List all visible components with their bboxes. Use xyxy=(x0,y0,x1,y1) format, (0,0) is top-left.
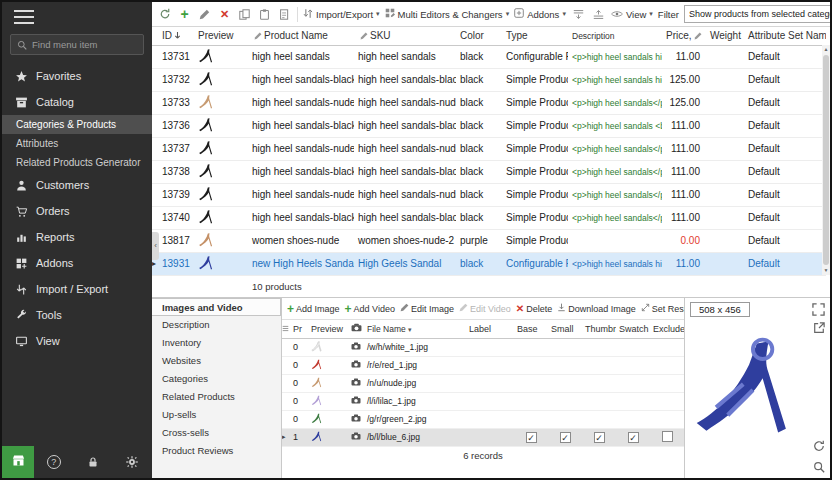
column-base[interactable]: Base xyxy=(514,320,548,338)
multi-editors-menu[interactable]: Multi Editors & Changers▾ xyxy=(385,8,510,20)
fullscreen-icon[interactable] xyxy=(812,303,825,316)
sidebar-item-reports[interactable]: Reports xyxy=(2,224,152,250)
products-scrollbar[interactable]: ▲ ▼ xyxy=(822,45,830,275)
delete-image-button[interactable]: ✕Delete xyxy=(516,303,552,314)
sidebar-search[interactable] xyxy=(10,34,144,55)
help-button[interactable]: ? xyxy=(46,454,62,470)
tab-websites[interactable]: Websites xyxy=(152,352,281,370)
refresh-icon[interactable] xyxy=(157,6,172,22)
sidebar-item-tools[interactable]: Tools xyxy=(2,302,152,328)
column-color[interactable]: Color xyxy=(456,27,502,45)
column-product-name[interactable]: Product Name xyxy=(248,27,354,45)
sidebar-item-catalog[interactable]: Catalog xyxy=(2,89,152,115)
tab-inventory[interactable]: Inventory xyxy=(152,334,281,352)
product-row[interactable]: 13738high heel sandals-black-37high heel… xyxy=(152,160,826,183)
preview-image[interactable] xyxy=(685,318,816,458)
paste-icon[interactable] xyxy=(257,6,272,22)
add-video-button[interactable]: +Add Video xyxy=(345,302,395,316)
column-priority[interactable]: Pr xyxy=(290,320,308,338)
scroll-up-icon[interactable]: ▲ xyxy=(824,45,829,54)
tab-categories[interactable]: Categories xyxy=(152,370,281,388)
store-button[interactable] xyxy=(2,446,34,478)
column-file-name[interactable]: File Name ▾ xyxy=(364,320,466,338)
search-input[interactable] xyxy=(32,39,137,50)
filter-select[interactable]: Show products from selected categories xyxy=(684,5,830,23)
sidebar-item-import-export[interactable]: Import / Export xyxy=(2,276,152,302)
column-weight[interactable]: Weight xyxy=(706,27,744,45)
image-row[interactable]: 0/w/h/white_1.jpg xyxy=(282,338,684,356)
column-id[interactable]: ID xyxy=(158,27,194,45)
expand-rows-icon[interactable] xyxy=(571,6,586,22)
column-label[interactable]: Label xyxy=(466,320,514,338)
edit-product-icon[interactable] xyxy=(197,6,212,22)
scroll-down-icon[interactable]: ▼ xyxy=(824,266,829,275)
product-row[interactable]: 13736high heel sandals-black-36high heel… xyxy=(152,114,826,137)
copy-icon[interactable] xyxy=(237,6,252,22)
tab-images-and-video[interactable]: Images and Video xyxy=(152,298,281,316)
small-checkbox[interactable]: ✓ xyxy=(560,432,571,443)
base-checkbox[interactable]: ✓ xyxy=(526,432,537,443)
add-product-icon[interactable]: + xyxy=(177,6,192,22)
sidebar-item-orders[interactable]: Orders xyxy=(2,198,152,224)
camera-column-icon[interactable] xyxy=(348,320,364,338)
sidebar-item-customers[interactable]: Customers xyxy=(2,172,152,198)
sidebar-item-related-products-generator[interactable]: Related Products Generator xyxy=(2,153,152,172)
product-row[interactable]: 13817women shoes-nudewomen shoes-nude-2p… xyxy=(152,229,826,252)
column-sku[interactable]: SKU xyxy=(354,27,456,45)
sidebar-item-categories-products[interactable]: Categories & Products xyxy=(2,115,152,134)
thumbnail-checkbox[interactable]: ✓ xyxy=(594,432,605,443)
tab-product-reviews[interactable]: Product Reviews xyxy=(152,442,281,460)
column-exclude[interactable]: Exclude xyxy=(650,320,684,338)
tab-description[interactable]: Description xyxy=(152,316,281,334)
edit-image-button[interactable]: Edit Image xyxy=(400,303,454,314)
product-row[interactable]: 13731high heel sandalshigh heel sandalsb… xyxy=(152,45,826,68)
product-row[interactable]: 13732high heel sandals-blackhigh heel sa… xyxy=(152,68,826,91)
rotate-icon[interactable] xyxy=(813,440,826,453)
edit-video-button[interactable]: Edit Video xyxy=(459,303,511,314)
product-row[interactable]: 13739high heel sandals-nude-37high heel … xyxy=(152,183,826,206)
addons-menu[interactable]: Addons▾ xyxy=(514,8,566,20)
tab-up-sells[interactable]: Up-sells xyxy=(152,406,281,424)
tab-cross-sells[interactable]: Cross-sells xyxy=(152,424,281,442)
image-row[interactable]: 0/r/e/red_1.jpg xyxy=(282,356,684,374)
exclude-checkbox[interactable] xyxy=(662,431,673,442)
settings-button[interactable] xyxy=(124,454,140,470)
sidebar-item-attributes[interactable]: Attributes xyxy=(2,134,152,153)
zoom-icon[interactable] xyxy=(813,461,826,474)
duplicate-icon[interactable] xyxy=(277,6,292,22)
sidebar-item-favorites[interactable]: Favorites xyxy=(2,63,152,89)
image-row[interactable]: 0/n/u/nude.jpg xyxy=(282,374,684,392)
image-row[interactable]: 0/g/r/green_2.jpg xyxy=(282,410,684,428)
column-image-preview[interactable]: Preview xyxy=(308,320,348,338)
lock-button[interactable] xyxy=(85,454,101,470)
tab-related-products[interactable]: Related Products xyxy=(152,388,281,406)
product-row[interactable]: 13733high heel sandals-nudehigh heel san… xyxy=(152,91,826,114)
image-row[interactable]: ▸1/b/l/blue_6.jpg✓✓✓✓ xyxy=(282,428,684,446)
column-thumbnail[interactable]: Thumbna xyxy=(582,320,616,338)
sidebar-item-view[interactable]: View xyxy=(2,328,152,354)
sidebar-item-addons[interactable]: Addons xyxy=(2,250,152,276)
scroll-thumb[interactable] xyxy=(823,55,829,265)
column-preview[interactable]: Preview xyxy=(194,27,248,45)
collapse-rows-icon[interactable] xyxy=(591,6,606,22)
column-swatch[interactable]: Swatch xyxy=(616,320,650,338)
product-row[interactable]: 13737high heel sandals-nude-36high heel … xyxy=(152,137,826,160)
add-image-button[interactable]: +Add Image xyxy=(287,302,340,316)
product-row[interactable]: ▸13931new High Heels SandalsHigh Geels S… xyxy=(152,252,826,275)
column-price[interactable]: Price, xyxy=(662,27,706,45)
menu-icon[interactable] xyxy=(14,10,34,24)
swatch-checkbox[interactable]: ✓ xyxy=(628,432,639,443)
delete-product-icon[interactable]: ✕ xyxy=(217,6,232,22)
view-menu[interactable]: View▾ xyxy=(611,9,653,20)
image-row[interactable]: 0/l/i/lilac_1.jpg xyxy=(282,392,684,410)
product-row[interactable]: 13740high heel sandals-black-38high heel… xyxy=(152,206,826,229)
download-image-button[interactable]: Download Image xyxy=(557,303,636,314)
import-export-menu[interactable]: Import/Export▾ xyxy=(303,8,380,21)
image-label xyxy=(466,410,514,428)
column-description[interactable]: Description xyxy=(568,27,662,45)
set-resize-rule-button[interactable]: Set Resize Rule xyxy=(641,303,684,314)
column-attribute-set[interactable]: Attribute Set Name xyxy=(744,27,826,45)
column-small[interactable]: Small xyxy=(548,320,582,338)
column-type[interactable]: Type xyxy=(502,27,568,45)
collapse-panel-handle[interactable]: ‹ xyxy=(152,232,159,260)
